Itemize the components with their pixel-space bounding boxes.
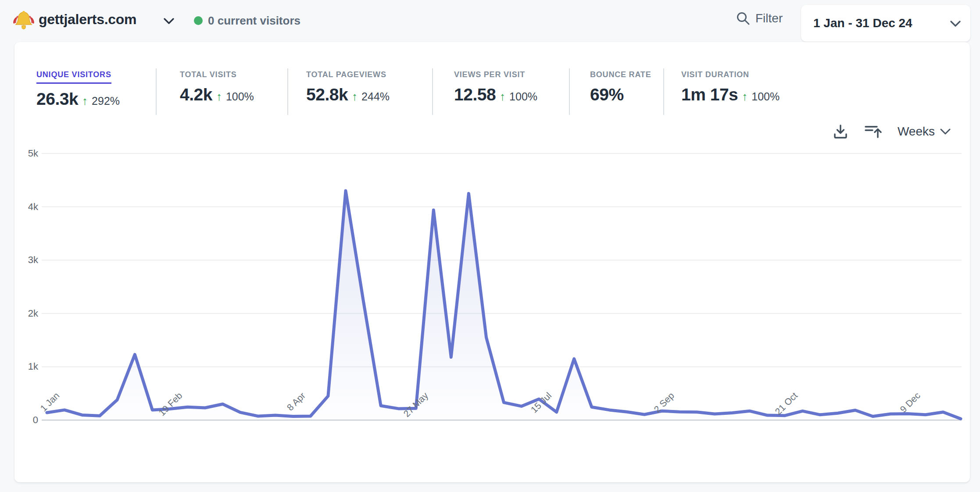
visitors-line <box>47 191 961 419</box>
y-axis-tick-label: 5k <box>14 148 38 159</box>
y-axis-tick-label: 2k <box>14 308 38 319</box>
filter-label: Filter <box>755 11 783 25</box>
site-switcher[interactable]: gettjalerts.com <box>39 11 136 28</box>
analytics-card: UNIQUE VISITORS 26.3k ↑ 292% TOTAL VISIT… <box>14 42 970 482</box>
visitors-chart[interactable]: 5k4k3k2k1k01 Jan19 Feb8 Apr27 May15 Jul2… <box>14 42 970 482</box>
visitors-area <box>47 191 961 420</box>
gridlines <box>42 153 962 420</box>
filter-button[interactable]: Filter <box>736 11 783 25</box>
y-axis-tick-label: 3k <box>14 254 38 266</box>
y-axis-tick-label: 0 <box>14 414 38 426</box>
site-switcher-chevron-down-icon[interactable] <box>163 18 175 25</box>
site-favicon-bell-icon <box>11 9 36 33</box>
top-bar: gettjalerts.com 0 current visitors Filte… <box>0 0 980 42</box>
date-range-chevron-down-icon <box>950 21 961 27</box>
date-range-label: 1 Jan - 31 Dec 24 <box>813 16 912 30</box>
date-range-picker[interactable]: 1 Jan - 31 Dec 24 <box>801 5 970 42</box>
y-axis-tick-label: 1k <box>14 361 38 372</box>
live-visitors-dot <box>194 16 203 25</box>
current-visitors-label[interactable]: 0 current visitors <box>208 14 300 28</box>
search-icon <box>736 11 750 25</box>
visitors-chart-canvas <box>14 42 970 482</box>
y-axis-tick-label: 4k <box>14 201 38 213</box>
